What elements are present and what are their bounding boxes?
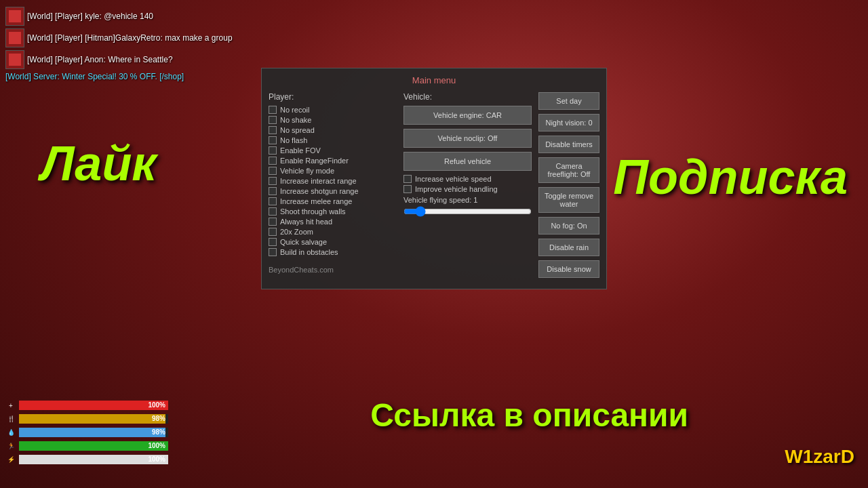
checkbox-box-vehicle-speed[interactable] [403,175,412,183]
menu-panel: Main menu Player: No recoil No shake No … [261,68,607,289]
camera-freeflight-button[interactable]: Camera freeflight: Off [538,157,599,183]
checkbox-label-interact-range: Increase interact range [280,177,357,185]
health-fill [19,401,168,410]
checkbox-box-rangefinder[interactable] [269,157,277,165]
chat-icon-1 [5,7,24,26]
vehicle-section: Vehicle: Vehicle engine: CAR Vehicle noc… [403,92,532,282]
checkbox-box-no-flash[interactable] [269,136,277,144]
checkbox-box-hit-head[interactable] [269,218,277,226]
checkbox-box-vehicle-fly[interactable] [269,167,277,175]
health-value: 100% [148,401,165,410]
checkbox-box-no-spread[interactable] [269,126,277,134]
disable-rain-button[interactable]: Disable rain [538,239,599,256]
chat-icon-2 [5,28,24,47]
checkbox-label-no-spread: No spread [280,126,315,134]
slider-row: Vehicle flying speed: 1 [403,196,532,217]
vehicle-noclip-button[interactable]: Vehicle noclip: Off [403,129,532,148]
checkbox-box-interact-range[interactable] [269,177,277,185]
hud-energy: ⚡ 100% [5,454,168,465]
checkbox-vehicle-handling[interactable]: Improve vehicle handling [403,185,532,193]
checkbox-no-spread[interactable]: No spread [269,126,397,134]
checkbox-box-vehicle-handling[interactable] [403,185,412,193]
food-value: 98% [152,414,165,424]
checkbox-label-shotgun-range: Increase shotgun range [280,187,359,195]
checkbox-label-vehicle-handling: Improve vehicle handling [415,185,498,193]
night-vision-button[interactable]: Night vision: 0 [538,114,599,131]
checkbox-label-no-shake: No shake [280,116,311,124]
checkbox-shoot-walls[interactable]: Shoot through walls [269,207,397,216]
checkbox-label-enable-fov: Enable FOV [280,146,321,155]
stamina-value: 100% [148,441,165,451]
chat-icon-3 [5,50,24,69]
flying-speed-slider[interactable] [403,206,532,217]
checkbox-box-zoom[interactable] [269,228,277,236]
checkbox-label-salvage: Quick salvage [280,238,327,246]
checkbox-interact-range[interactable]: Increase interact range [269,177,397,185]
checkbox-box-enable-fov[interactable] [269,146,277,155]
checkbox-box-shotgun-range[interactable] [269,187,277,195]
checkbox-rangefinder[interactable]: Enable RangeFinder [269,157,397,165]
player-label: Player: [269,92,397,102]
overlay-like: Лайк [41,136,157,191]
checkbox-hit-head[interactable]: Always hit head [269,218,397,226]
checkbox-label-build: Build in obstacles [280,248,338,256]
checkbox-no-flash[interactable]: No flash [269,136,397,144]
overlay-subscribe: Подписка [613,149,848,205]
chat-line-2: [World] [Player] [Hitman]GalaxyRetro: ma… [5,28,233,47]
stamina-icon: 🏃 [5,441,16,451]
vehicle-engine-button[interactable]: Vehicle engine: CAR [403,106,532,125]
checkbox-vehicle-speed[interactable]: Increase vehicle speed [403,175,532,183]
toggle-remove-water-button[interactable]: Toggle remove water [538,187,599,213]
water-fill [19,428,165,437]
checkbox-label-no-flash: No flash [280,136,307,144]
checkbox-enable-fov[interactable]: Enable FOV [269,146,397,155]
health-bar: 100% [19,401,168,410]
checkbox-label-shoot-walls: Shoot through walls [280,207,346,216]
health-icon: + [5,400,16,411]
food-icon: 🍴 [5,413,16,424]
water-value: 98% [152,428,165,437]
water-bar: 98% [19,428,168,437]
no-fog-button[interactable]: No fog: On [538,217,599,235]
hud-water: 💧 98% [5,427,168,438]
set-day-button[interactable]: Set day [538,92,599,110]
checkbox-box-salvage[interactable] [269,238,277,246]
stamina-bar: 100% [19,441,168,451]
chat-area: [World] [Player] kyle: @vehicle 140 [Wor… [5,7,233,84]
right-button-panel: Set day Night vision: 0 Disable timers C… [538,92,599,282]
checkbox-label-vehicle-fly: Vehicle fly mode [280,167,334,175]
hud-health: + 100% [5,400,168,411]
checkbox-vehicle-fly[interactable]: Vehicle fly mode [269,167,397,175]
hud-stamina: 🏃 100% [5,441,168,451]
checkbox-no-shake[interactable]: No shake [269,116,397,124]
checkbox-shotgun-range[interactable]: Increase shotgun range [269,187,397,195]
checkbox-build[interactable]: Build in obstacles [269,248,397,256]
chat-line-4: [World] Server: Winter Special! 30 % OFF… [5,72,233,81]
checkbox-box-no-recoil[interactable] [269,106,277,114]
menu-title: Main menu [269,75,599,85]
checkbox-box-no-shake[interactable] [269,116,277,124]
refuel-vehicle-button[interactable]: Refuel vehicle [403,152,532,171]
footer-text: BeyondCheats.com [269,266,397,274]
food-bar: 98% [19,414,168,424]
disable-snow-button[interactable]: Disable snow [538,260,599,278]
checkbox-zoom[interactable]: 20x Zoom [269,228,397,236]
hud-food: 🍴 98% [5,413,168,424]
checkbox-melee-range[interactable]: Increase melee range [269,197,397,205]
checkbox-box-melee-range[interactable] [269,197,277,205]
checkbox-box-shoot-walls[interactable] [269,207,277,216]
checkbox-salvage[interactable]: Quick salvage [269,238,397,246]
overlay-link: Ссылка в описании [370,396,688,434]
checkbox-label-hit-head: Always hit head [280,218,332,226]
disable-timers-button[interactable]: Disable timers [538,136,599,153]
checkbox-no-recoil[interactable]: No recoil [269,106,397,114]
energy-icon: ⚡ [5,454,16,465]
checkbox-label-melee-range: Increase melee range [280,197,352,205]
chat-text-4: [World] Server: Winter Special! 30 % OFF… [5,72,184,81]
energy-bar: 100% [19,455,168,464]
chat-line-3: [World] [Player] Anon: Where in Seattle? [5,50,233,69]
checkbox-box-build[interactable] [269,248,277,256]
energy-fill [19,455,168,464]
overlay-name: W1zarD [785,446,854,468]
food-fill [19,414,165,424]
